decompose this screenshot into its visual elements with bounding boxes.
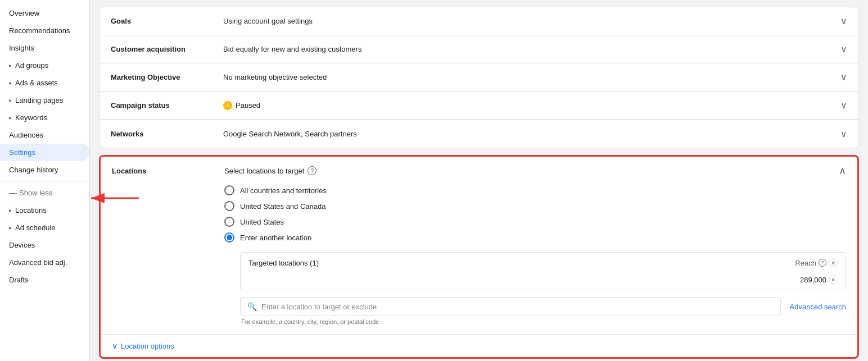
- sidebar-item-settings[interactable]: Settings: [0, 144, 89, 161]
- locations-header: Locations Select locations to target ? ∧…: [101, 157, 857, 334]
- reach-area: Reach ? ✕: [795, 258, 838, 267]
- sidebar-item-label: Drafts: [9, 276, 29, 284]
- sidebar-item-label: Audiences: [9, 131, 43, 139]
- remove-location-button[interactable]: ✕: [829, 275, 838, 284]
- sidebar-item-label: Devices: [9, 241, 35, 249]
- sidebar-item-drafts[interactable]: Drafts: [0, 271, 89, 289]
- settings-label-networks: Networks: [111, 130, 223, 138]
- settings-value-marketing-objective: No marketing objective selected: [223, 73, 840, 81]
- settings-row-goals: Goals Using account goal settings ∨: [100, 7, 858, 35]
- sidebar-item-label: Recommendations: [9, 26, 70, 35]
- sidebar-item-locations[interactable]: ▸ Locations: [0, 202, 89, 219]
- minus-icon: —: [9, 188, 17, 197]
- sidebar-item-devices[interactable]: Devices: [0, 236, 89, 254]
- sidebar-item-recommendations[interactable]: Recommendations: [0, 22, 89, 39]
- expand-icon[interactable]: ∨: [840, 72, 847, 83]
- targeted-reach-row: 289,000 ✕: [241, 273, 846, 290]
- sidebar-divider: [0, 181, 89, 181]
- sidebar-item-label: Overview: [9, 9, 39, 17]
- locations-section: Locations Select locations to target ? ∧…: [99, 155, 859, 359]
- sidebar-item-label: Insights: [9, 44, 34, 52]
- settings-value-customer-acquisition: Bid equally for new and existing custome…: [223, 45, 840, 53]
- sidebar-item-insights[interactable]: Insights: [0, 39, 89, 57]
- sidebar-item-landing-pages[interactable]: ▸ Landing pages: [0, 92, 89, 109]
- location-options-row[interactable]: ∨ Location options: [101, 334, 857, 357]
- radio-all-countries[interactable]: All countries and territories: [224, 182, 846, 198]
- settings-row-networks: Networks Google Search Network, Search p…: [100, 120, 858, 148]
- locations-content: Select locations to target ? ∧ All count…: [224, 166, 846, 325]
- chevron-right-icon: ▸: [9, 80, 12, 86]
- sidebar-item-label: Ad groups: [15, 61, 48, 70]
- locations-title: Select locations to target: [224, 167, 304, 175]
- chevron-down-icon: ∨: [112, 341, 117, 350]
- sidebar-item-advanced-bid[interactable]: Advanced bid adj.: [0, 254, 89, 271]
- expand-icon[interactable]: ∨: [840, 129, 847, 139]
- settings-value-networks: Google Search Network, Search partners: [223, 130, 840, 138]
- show-less-label: Show less: [19, 189, 52, 197]
- settings-label-goals: Goals: [111, 17, 223, 25]
- close-targeted-button[interactable]: ✕: [829, 258, 838, 267]
- sidebar-item-audiences[interactable]: Audiences: [0, 126, 89, 144]
- locations-title-row: Select locations to target ? ∧: [224, 166, 846, 176]
- sidebar-item-label: Locations: [15, 206, 47, 214]
- settings-row-marketing-objective: Marketing Objective No marketing objecti…: [100, 63, 858, 92]
- search-placeholder: Enter a location to target or exclude: [261, 303, 377, 311]
- sidebar-item-ad-groups[interactable]: ▸ Ad groups: [0, 57, 89, 74]
- settings-value-campaign-status: i Paused: [223, 101, 840, 110]
- expand-icon[interactable]: ∨: [840, 100, 847, 111]
- radio-another-location[interactable]: Enter another location: [224, 230, 846, 245]
- chevron-right-icon: ▸: [9, 62, 12, 68]
- sidebar-item-label: Advanced bid adj.: [9, 258, 67, 267]
- sidebar-item-label: Ads & assets: [15, 79, 58, 87]
- sidebar: Overview Recommendations Insights ▸ Ad g…: [0, 0, 90, 361]
- sidebar-item-ad-schedule[interactable]: ▸ Ad schedule: [0, 219, 89, 236]
- radio-label-all-countries: All countries and territories: [240, 186, 327, 195]
- chevron-right-icon: ▸: [9, 115, 12, 121]
- radio-label-another-location: Enter another location: [240, 234, 311, 242]
- chevron-right-icon: ▸: [9, 97, 12, 103]
- sidebar-item-label: Change history: [9, 166, 58, 174]
- radio-united-states[interactable]: United States: [224, 214, 846, 230]
- targeted-locations-header: Targeted locations (1) Reach ? ✕: [241, 253, 846, 273]
- settings-label-customer-acquisition: Customer acquisition: [111, 45, 223, 53]
- settings-label-marketing-objective: Marketing Objective: [111, 73, 223, 81]
- radio-label-us-canada: United States and Canada: [240, 202, 326, 211]
- reach-help-icon[interactable]: ?: [819, 259, 826, 267]
- reach-value: 289,000: [800, 276, 826, 284]
- advanced-search-link[interactable]: Advanced search: [790, 297, 846, 311]
- help-icon[interactable]: ?: [308, 166, 317, 175]
- sidebar-item-ads-assets[interactable]: ▸ Ads & assets: [0, 74, 89, 92]
- radio-label-united-states: United States: [240, 218, 284, 226]
- show-less-button[interactable]: — Show less: [0, 184, 89, 202]
- location-options-label: Location options: [121, 342, 174, 350]
- location-search-input[interactable]: 🔍 Enter a location to target or exclude: [240, 297, 781, 316]
- collapse-button[interactable]: ∧: [839, 166, 846, 176]
- chevron-right-icon: ▸: [9, 225, 12, 231]
- location-search-box: 🔍 Enter a location to target or exclude …: [240, 297, 781, 325]
- expand-icon[interactable]: ∨: [840, 16, 847, 26]
- reach-label: Reach: [795, 259, 816, 267]
- location-search-wrapper: 🔍 Enter a location to target or exclude …: [240, 297, 846, 325]
- radio-circle-us-canada: [224, 201, 234, 211]
- sidebar-item-keywords[interactable]: ▸ Keywords: [0, 109, 89, 126]
- settings-row-customer-acquisition: Customer acquisition Bid equally for new…: [100, 35, 858, 63]
- radio-circle-all-countries: [224, 185, 234, 195]
- sidebar-item-label: Landing pages: [15, 96, 63, 104]
- targeted-locations-label: Targeted locations (1): [248, 259, 319, 267]
- main-content: Goals Using account goal settings ∨ Cust…: [90, 0, 868, 361]
- sidebar-item-label: Keywords: [15, 113, 47, 122]
- radio-us-canada[interactable]: United States and Canada: [224, 198, 846, 214]
- search-icon: 🔍: [247, 302, 257, 311]
- expand-icon[interactable]: ∨: [840, 44, 847, 54]
- sidebar-item-overview[interactable]: Overview: [0, 4, 89, 22]
- sidebar-item-label: Ad schedule: [15, 223, 56, 232]
- sidebar-item-change-history[interactable]: Change history: [0, 161, 89, 179]
- radio-circle-another-location: [224, 232, 234, 243]
- locations-section-label: Locations: [112, 166, 224, 175]
- settings-row-campaign-status: Campaign status i Paused ∨: [100, 92, 858, 120]
- settings-label-campaign-status: Campaign status: [111, 101, 223, 109]
- chevron-right-icon: ▸: [9, 207, 12, 213]
- settings-table: Goals Using account goal settings ∨ Cust…: [99, 7, 859, 148]
- sidebar-item-label: Settings: [9, 148, 35, 157]
- search-hint: For example, a country, city, region, or…: [240, 318, 781, 325]
